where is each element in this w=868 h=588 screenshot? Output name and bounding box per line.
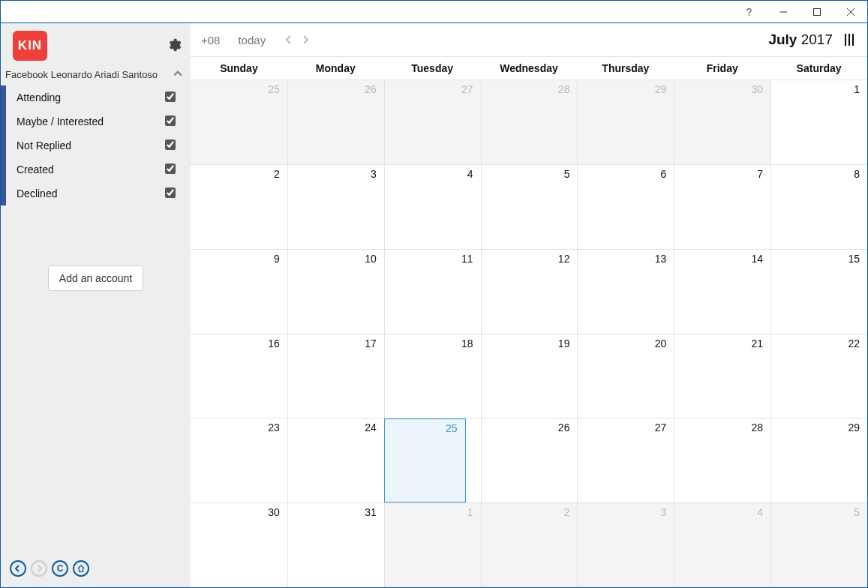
calendar-day[interactable]: 4 xyxy=(674,503,770,587)
filter-checkbox[interactable] xyxy=(165,164,176,174)
calendar-day[interactable]: 3 xyxy=(287,165,384,249)
app-logo: KIN xyxy=(13,31,47,61)
filter-item[interactable]: Declined xyxy=(1,182,191,206)
calendar-day[interactable]: 19 xyxy=(481,334,578,418)
calendar-day[interactable]: 11 xyxy=(384,250,481,334)
calendar-day[interactable]: 26 xyxy=(287,80,384,164)
calendar-day[interactable]: 28 xyxy=(674,418,770,502)
filter-label: Attending xyxy=(17,92,165,104)
help-button[interactable]: ? xyxy=(732,1,766,22)
home-button[interactable] xyxy=(73,560,89,577)
calendar-day[interactable]: 12 xyxy=(481,250,578,334)
weekday-header-row: SundayMondayTuesdayWednesdayThursdayFrid… xyxy=(191,57,867,80)
calendar-day[interactable]: 29 xyxy=(770,418,867,502)
filter-label: Declined xyxy=(17,188,165,200)
calendar-color-stripe xyxy=(1,110,6,134)
calendar-day[interactable]: 2 xyxy=(481,503,578,587)
filter-list: AttendingMaybe / InterestedNot RepliedCr… xyxy=(1,86,191,206)
titlebar: ? xyxy=(1,1,867,23)
calendar-day[interactable]: 5 xyxy=(481,165,578,249)
calendar-day[interactable]: 24 xyxy=(287,418,384,502)
calendar-day[interactable]: 4 xyxy=(384,165,481,249)
calendar-week: 2345678 xyxy=(191,164,867,249)
forward-button[interactable] xyxy=(31,560,47,577)
calendar-day-today[interactable]: 25 xyxy=(384,418,466,502)
calendar-day[interactable]: 10 xyxy=(287,250,384,334)
calendar-day[interactable]: 13 xyxy=(577,250,674,334)
calendar-grid: SundayMondayTuesdayWednesdayThursdayFrid… xyxy=(191,56,867,587)
weekday-header: Saturday xyxy=(770,57,867,80)
sidebar: KIN Facebook Leonardo Ariadi Santoso Att… xyxy=(1,23,191,587)
calendar-day[interactable]: 25 xyxy=(191,80,287,164)
calendar-day[interactable]: 16 xyxy=(191,334,287,418)
calendar-day[interactable]: 2 xyxy=(191,165,287,249)
account-header[interactable]: Facebook Leonardo Ariadi Santoso xyxy=(1,65,191,86)
timezone-label[interactable]: +08 xyxy=(201,34,220,46)
calendar-day[interactable]: 22 xyxy=(770,334,867,418)
weekday-header: Friday xyxy=(674,57,770,80)
filter-checkbox[interactable] xyxy=(165,92,176,102)
filter-checkbox[interactable] xyxy=(165,188,176,198)
calendar-week: 303112345 xyxy=(191,502,867,587)
calendar-day[interactable]: 6 xyxy=(577,165,674,249)
calendar-color-stripe xyxy=(1,158,6,182)
calendar-day[interactable]: 7 xyxy=(674,165,770,249)
calendar-day[interactable]: 30 xyxy=(674,80,770,164)
maximize-button[interactable] xyxy=(800,1,833,22)
filter-item[interactable]: Maybe / Interested xyxy=(1,110,191,134)
calendar-week: 9101112131415 xyxy=(191,249,867,334)
add-account-button[interactable]: Add an account xyxy=(48,266,143,291)
calendar-color-stripe xyxy=(1,134,6,158)
prev-month-button[interactable] xyxy=(281,32,297,48)
calendar-color-stripe xyxy=(1,182,6,206)
filter-item[interactable]: Attending xyxy=(1,86,191,110)
calendar-day[interactable]: 8 xyxy=(770,165,867,249)
calendar-day[interactable]: 17 xyxy=(287,334,384,418)
filter-checkbox[interactable] xyxy=(165,140,176,150)
calendar-day[interactable]: 27 xyxy=(384,80,481,164)
calendar-day[interactable]: 28 xyxy=(481,80,578,164)
today-button[interactable]: today xyxy=(238,34,266,46)
filter-label: Created xyxy=(17,164,165,176)
filter-label: Maybe / Interested xyxy=(17,116,165,128)
settings-button[interactable] xyxy=(167,38,182,55)
calendar-day[interactable]: 20 xyxy=(577,334,674,418)
calendar-day[interactable]: 14 xyxy=(674,250,770,334)
next-month-button[interactable] xyxy=(297,32,314,48)
calendar-day[interactable]: 1 xyxy=(384,503,481,587)
calendar-day[interactable]: 29 xyxy=(577,80,674,164)
filter-item[interactable]: Created xyxy=(1,158,191,182)
minimize-button[interactable] xyxy=(766,1,800,22)
calendar-week: 16171819202122 xyxy=(191,334,867,418)
calendar-color-stripe xyxy=(1,86,6,110)
weekday-header: Wednesday xyxy=(481,57,578,80)
calendar-day[interactable]: 26 xyxy=(481,418,578,502)
view-menu-button[interactable] xyxy=(845,34,854,46)
calendar-day[interactable]: 1 xyxy=(770,80,867,164)
calendar-weeks: 2526272829301234567891011121314151617181… xyxy=(191,80,867,587)
calendar-toolbar: +08 today July 2017 xyxy=(191,23,867,56)
weekday-header: Sunday xyxy=(191,57,287,80)
weekday-header: Monday xyxy=(287,57,384,80)
calendar-day[interactable]: 15 xyxy=(770,250,867,334)
calendar-day[interactable]: 5 xyxy=(770,503,867,587)
back-button[interactable] xyxy=(10,560,26,577)
calendar-day[interactable]: 30 xyxy=(191,503,287,587)
calendar-day[interactable]: 27 xyxy=(577,418,674,502)
main-panel: +08 today July 2017 SundayMondayTuesdayW… xyxy=(191,23,867,587)
calendar-day[interactable]: 31 xyxy=(287,503,384,587)
close-button[interactable] xyxy=(833,1,867,22)
calendar-day[interactable]: 23 xyxy=(191,418,287,502)
calendar-week: 2526272829301 xyxy=(191,80,867,164)
filter-item[interactable]: Not Replied xyxy=(1,134,191,158)
refresh-button[interactable]: C xyxy=(52,560,68,577)
weekday-header: Thursday xyxy=(577,57,674,80)
filter-checkbox[interactable] xyxy=(165,116,176,126)
calendar-day[interactable]: 3 xyxy=(577,503,674,587)
calendar-day[interactable]: 21 xyxy=(674,334,770,418)
filter-label: Not Replied xyxy=(17,140,165,152)
calendar-day[interactable]: 18 xyxy=(384,334,481,418)
calendar-week: 23242526272829 xyxy=(191,418,867,502)
weekday-header: Tuesday xyxy=(384,57,481,80)
calendar-day[interactable]: 9 xyxy=(191,250,287,334)
